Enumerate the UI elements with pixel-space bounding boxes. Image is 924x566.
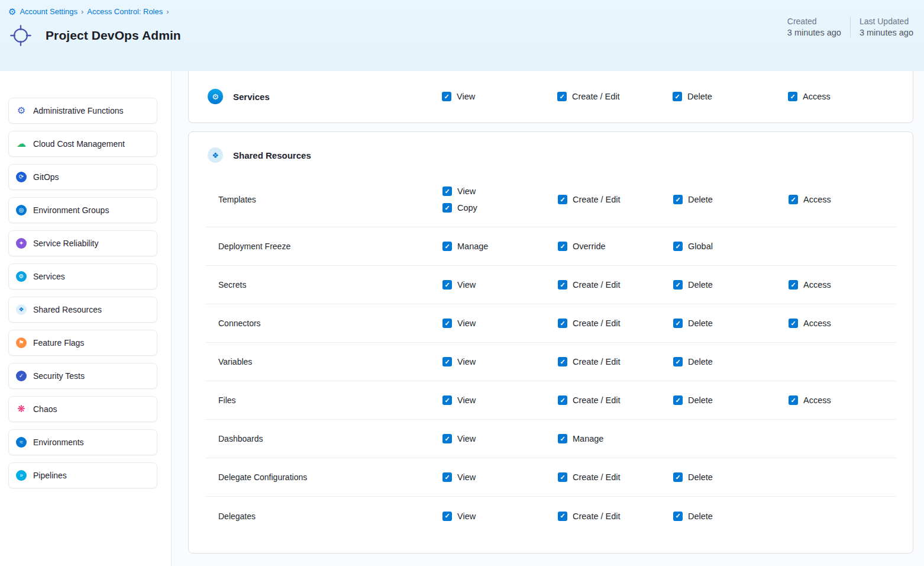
checkbox-checked-icon[interactable]: ✓ <box>558 357 567 366</box>
checkbox-checked-icon[interactable]: ✓ <box>789 280 798 290</box>
checkbox-checked-icon[interactable]: ✓ <box>673 92 682 101</box>
permission-delete[interactable]: ✓Delete <box>673 195 789 204</box>
permission-view[interactable]: ✓View <box>442 434 558 443</box>
permission-create-edit[interactable]: ✓Create / Edit <box>558 357 673 366</box>
permission-view[interactable]: ✓View <box>442 280 558 290</box>
sidebar-item-services[interactable]: ⚙Services <box>8 263 157 290</box>
sidebar-item-gitops[interactable]: ⟳GitOps <box>8 164 157 190</box>
permission-cell: ✓Create / Edit <box>557 92 673 101</box>
permission-create-edit[interactable]: ✓Create / Edit <box>558 195 673 204</box>
breadcrumb-link-access-control-roles[interactable]: Access Control: Roles <box>87 7 163 16</box>
checkbox-checked-icon[interactable]: ✓ <box>558 280 567 290</box>
checkbox-checked-icon[interactable]: ✓ <box>442 319 452 328</box>
checkbox-checked-icon[interactable]: ✓ <box>673 242 683 251</box>
permission-access[interactable]: ✓Access <box>789 395 896 405</box>
resource-name: Connectors <box>218 319 442 328</box>
checkbox-checked-icon[interactable]: ✓ <box>673 319 683 328</box>
permission-cell: ✓Delete <box>673 395 789 405</box>
permission-view[interactable]: ✓View <box>442 186 558 196</box>
sidebar-item-cloud-cost-management[interactable]: ☁Cloud Cost Management <box>8 131 157 157</box>
checkbox-checked-icon[interactable]: ✓ <box>442 472 452 482</box>
sidebar-item-security-tests[interactable]: ✓Security Tests <box>8 363 157 389</box>
permission-create-edit[interactable]: ✓Create / Edit <box>557 92 673 101</box>
permission-global[interactable]: ✓Global <box>673 242 789 251</box>
checkbox-checked-icon[interactable]: ✓ <box>788 92 797 101</box>
permission-label: Access <box>803 195 831 204</box>
sidebar-item-service-reliability[interactable]: ✦Service Reliability <box>8 230 157 256</box>
checkbox-checked-icon[interactable]: ✓ <box>558 472 567 482</box>
permission-view[interactable]: ✓View <box>442 472 558 482</box>
checkbox-checked-icon[interactable]: ✓ <box>673 395 683 405</box>
checkbox-checked-icon[interactable]: ✓ <box>673 357 683 366</box>
checkbox-checked-icon[interactable]: ✓ <box>789 195 798 204</box>
permission-delete[interactable]: ✓Delete <box>673 512 789 521</box>
permission-manage[interactable]: ✓Manage <box>442 242 558 251</box>
permission-label: Create / Edit <box>573 512 621 521</box>
permission-cell: ✓Access <box>789 195 896 204</box>
checkbox-checked-icon[interactable]: ✓ <box>558 319 567 328</box>
permission-delete[interactable]: ✓Delete <box>673 92 788 101</box>
permission-cell: ✓Create / Edit <box>558 280 673 290</box>
resource-name: Delegates <box>218 512 442 521</box>
permission-view[interactable]: ✓View <box>442 512 558 521</box>
sidebar-item-administrative-functions[interactable]: ⚙Administrative Functions <box>8 98 157 124</box>
checkbox-checked-icon[interactable]: ✓ <box>673 280 683 290</box>
sidebar-item-environments[interactable]: ≈Environments <box>8 429 157 455</box>
permission-access[interactable]: ✓Access <box>789 319 896 328</box>
permission-delete[interactable]: ✓Delete <box>673 280 789 290</box>
sidebar-item-shared-resources[interactable]: ❖Shared Resources <box>8 297 157 323</box>
sidebar-item-pipelines[interactable]: »Pipelines <box>8 462 157 488</box>
checkbox-checked-icon[interactable]: ✓ <box>442 92 451 101</box>
permission-view[interactable]: ✓View <box>442 92 557 101</box>
checkbox-checked-icon[interactable]: ✓ <box>789 395 798 405</box>
checkbox-checked-icon[interactable]: ✓ <box>442 395 452 405</box>
sidebar-item-environment-groups[interactable]: ◎Environment Groups <box>8 197 157 223</box>
checkbox-checked-icon[interactable]: ✓ <box>442 280 452 290</box>
permission-label: View <box>457 472 476 482</box>
permission-view[interactable]: ✓View <box>442 357 558 366</box>
sidebar-item-feature-flags[interactable]: ⚑Feature Flags <box>8 330 157 356</box>
checkbox-checked-icon[interactable]: ✓ <box>673 512 683 521</box>
permission-access[interactable]: ✓Access <box>789 195 896 204</box>
checkbox-checked-icon[interactable]: ✓ <box>442 242 452 251</box>
permission-access[interactable]: ✓Access <box>789 280 896 290</box>
checkbox-checked-icon[interactable]: ✓ <box>789 319 798 328</box>
permission-create-edit[interactable]: ✓Create / Edit <box>558 512 673 521</box>
permission-delete[interactable]: ✓Delete <box>673 395 789 405</box>
permission-access[interactable]: ✓Access <box>788 92 896 101</box>
checkbox-checked-icon[interactable]: ✓ <box>442 512 452 521</box>
permission-create-edit[interactable]: ✓Create / Edit <box>558 280 673 290</box>
permission-label: View <box>457 92 475 101</box>
checkbox-checked-icon[interactable]: ✓ <box>673 472 683 482</box>
permission-label: Delete <box>688 319 713 328</box>
checkbox-checked-icon[interactable]: ✓ <box>558 395 567 405</box>
permission-copy[interactable]: ✓Copy <box>442 203 558 213</box>
checkbox-checked-icon[interactable]: ✓ <box>558 195 567 204</box>
checkbox-checked-icon[interactable]: ✓ <box>557 92 567 101</box>
breadcrumb-link-account-settings[interactable]: Account Settings <box>20 7 77 16</box>
created-label: Created <box>787 17 841 26</box>
permission-delete[interactable]: ✓Delete <box>673 319 789 328</box>
sidebar-item-chaos[interactable]: ❋Chaos <box>8 396 157 422</box>
permission-view[interactable]: ✓View <box>442 395 558 405</box>
permission-manage[interactable]: ✓Manage <box>558 434 673 443</box>
checkbox-checked-icon[interactable]: ✓ <box>673 195 683 204</box>
checkbox-checked-icon[interactable]: ✓ <box>558 434 567 443</box>
checkbox-checked-icon[interactable]: ✓ <box>558 512 567 521</box>
permission-delete[interactable]: ✓Delete <box>673 357 789 366</box>
shared-resources-title: Shared Resources <box>233 150 311 160</box>
checkbox-checked-icon[interactable]: ✓ <box>442 357 452 366</box>
permission-view[interactable]: ✓View <box>442 319 558 328</box>
permission-create-edit[interactable]: ✓Create / Edit <box>558 395 673 405</box>
resource-row-connectors: Connectors✓View✓Create / Edit✓Delete✓Acc… <box>205 304 896 343</box>
permission-create-edit[interactable]: ✓Create / Edit <box>558 319 673 328</box>
permission-delete[interactable]: ✓Delete <box>673 472 789 482</box>
checkbox-checked-icon[interactable]: ✓ <box>442 203 452 213</box>
checkbox-checked-icon[interactable]: ✓ <box>442 186 452 196</box>
permission-override[interactable]: ✓Override <box>558 242 673 251</box>
shared-resources-icon: ❖ <box>208 147 223 163</box>
permission-create-edit[interactable]: ✓Create / Edit <box>558 472 673 482</box>
checkbox-checked-icon[interactable]: ✓ <box>558 242 567 251</box>
checkbox-checked-icon[interactable]: ✓ <box>442 434 452 443</box>
chaos-icon: ❋ <box>16 404 27 414</box>
